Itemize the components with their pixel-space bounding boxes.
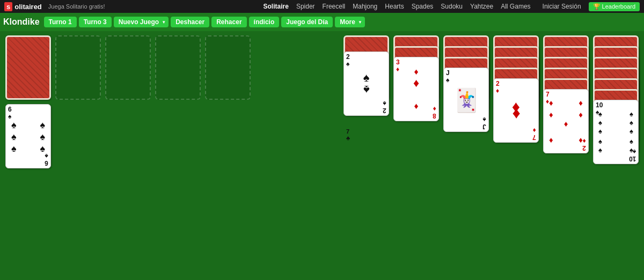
tableau-col-3: 3♦ ♦ ♦ ♦ 8♦ xyxy=(393,35,439,207)
foundation-3[interactable] xyxy=(155,35,201,100)
card-rank-top: 2♦ xyxy=(496,80,500,94)
nav-spider[interactable]: Spider xyxy=(296,3,315,10)
card-6-spades[interactable]: 6♠ ♠ ♠ ♠ ♠ ♠ ♠ 6♠ xyxy=(5,104,51,168)
trophy-icon xyxy=(593,3,601,10)
card-rank-top: 6♠ xyxy=(8,106,12,120)
logo-s: s xyxy=(4,2,12,11)
column-empty-1 xyxy=(55,35,101,104)
turno1-button[interactable]: Turno 1 xyxy=(44,17,77,27)
card-2-spades[interactable]: 2♠ ♠ ♠ 2♠ 7♣ xyxy=(343,51,389,116)
card-rank-bot: J♠ xyxy=(482,116,486,130)
more-button[interactable]: More xyxy=(335,17,365,27)
nav-spades[interactable]: Spades xyxy=(412,3,434,10)
pip1: ♠ xyxy=(11,120,17,131)
tableau-col-4: J♠ 🃏 J♠ xyxy=(443,35,489,218)
p4: ♦ xyxy=(579,110,583,119)
column-empty-2 xyxy=(105,35,151,104)
deshacer-button[interactable]: Deshacer xyxy=(171,17,209,27)
pip3: ♠ xyxy=(11,131,17,143)
card-3-diamonds[interactable]: 3♦ ♦ ♦ ♦ 8♦ xyxy=(393,57,439,121)
card-rank-bot: 2♦ xyxy=(582,137,586,151)
rehacer-button[interactable]: Rehacer xyxy=(211,17,246,27)
nav-sudoku[interactable]: Sudoku xyxy=(441,3,463,10)
card-rank-bot: 2♠ xyxy=(383,100,386,114)
s2: ♠ xyxy=(630,110,633,118)
s8: ♠ xyxy=(630,137,633,145)
nav-freecell[interactable]: Freecell xyxy=(323,3,346,10)
logo-text: olitaired xyxy=(14,3,42,11)
card-rank-bot: 7♦ xyxy=(532,127,536,141)
pip-bot: ♦ xyxy=(414,101,418,111)
p2: ♦ xyxy=(579,98,583,107)
pip5: ♠ xyxy=(11,143,17,154)
s7: ♠ xyxy=(598,137,602,145)
nav-mahjong[interactable]: Mahjong xyxy=(353,3,377,10)
p1: ♦ xyxy=(549,98,553,107)
nuevo-juego-button[interactable]: Nuevo Juego xyxy=(114,17,169,27)
top-navigation: solitaired Juega Solitario gratis! Solit… xyxy=(0,0,644,13)
p3: ♦ xyxy=(549,110,553,119)
card-rank-bot: 10♠ xyxy=(629,148,636,162)
card-10-spades[interactable]: 10♠ ♠ ♠ ♠ ♠ ♠ ♠ ♠ ♠ ♠ ♠ 10♠ xyxy=(593,100,639,164)
card-columns: 6♠ ♠ ♠ ♠ ♠ ♠ ♠ 6♠ xyxy=(5,35,639,276)
foundation-1[interactable] xyxy=(55,35,101,100)
jack-figure: 🃏 xyxy=(444,68,488,131)
column-empty-4 xyxy=(205,35,251,104)
card-rank-bot: 8♦ xyxy=(433,105,436,119)
s4: ♠ xyxy=(630,119,633,127)
tableau-col-5: 2♦ ♦ ♦ 7♦ xyxy=(493,35,539,229)
leaderboard-label: Leaderboard xyxy=(602,3,635,10)
pip2: ♠ xyxy=(40,120,45,131)
game-title: Klondike xyxy=(3,17,40,27)
nav-yahtzee[interactable]: Yahtzee xyxy=(470,3,493,10)
p5-center: ♦ xyxy=(564,119,568,128)
draw-pile[interactable] xyxy=(5,35,51,100)
s9: ♠ xyxy=(598,146,602,154)
card-rank-top: 2♠ xyxy=(346,54,350,68)
pip-bot-big: ♦ xyxy=(512,105,520,123)
p6: ♦ xyxy=(549,135,553,144)
foundation-4[interactable] xyxy=(205,35,251,100)
card-rank-bot: 6♠ xyxy=(45,152,48,166)
juego-del-dia-button[interactable]: Juego del Día xyxy=(281,17,333,27)
foundation-2[interactable] xyxy=(105,35,151,100)
column-empty-3 xyxy=(155,35,201,104)
s5: ♠ xyxy=(598,127,602,135)
game-area: 6♠ ♠ ♠ ♠ ♠ ♠ ♠ 6♠ xyxy=(0,31,644,280)
nav-allgames[interactable]: All Games xyxy=(501,3,530,10)
indicio-button[interactable]: índicio xyxy=(249,17,280,27)
leaderboard-button[interactable]: Leaderboard xyxy=(589,2,640,11)
tableau-col-6: 7♦ ♦ ♦ ♦ ♦ ♦ ♦ ♦ 2♦ xyxy=(543,35,589,239)
pip-bot: ♠ xyxy=(363,83,370,97)
card-2-diamonds[interactable]: 2♦ ♦ ♦ 7♦ xyxy=(493,78,539,143)
pip-top: ♦ xyxy=(414,67,418,77)
tagline: Juega Solitario gratis! xyxy=(48,3,105,10)
tableau-col-2: 2♠ ♠ ♠ 2♠ 7♣ xyxy=(343,35,389,196)
card-rank-top: 3♦ xyxy=(396,59,400,73)
card-jack-spades[interactable]: J♠ 🃏 J♠ xyxy=(443,68,489,132)
card-7-diamonds[interactable]: 7♦ ♦ ♦ ♦ ♦ ♦ ♦ ♦ 2♦ xyxy=(543,89,589,153)
sub-rank: 7♣ xyxy=(346,128,350,141)
pip4: ♠ xyxy=(40,131,45,143)
column-1: 6♠ ♠ ♠ ♠ ♠ ♠ ♠ 6♠ xyxy=(5,35,51,168)
nav-solitaire[interactable]: Solitaire xyxy=(264,3,289,10)
s1: ♠ xyxy=(598,110,602,118)
nav-links: Solitaire Spider Freecell Mahjong Hearts… xyxy=(264,2,640,11)
s6: ♠ xyxy=(630,127,633,135)
pip-center: ♦ xyxy=(413,76,419,90)
logo[interactable]: solitaired xyxy=(4,2,42,11)
s3: ♠ xyxy=(598,119,602,127)
nav-hearts[interactable]: Hearts xyxy=(385,3,404,10)
game-toolbar: Klondike Turno 1 Turno 3 Nuevo Juego Des… xyxy=(0,13,644,31)
tableau-col-7: 10♠ ♠ ♠ ♠ ♠ ♠ ♠ ♠ ♠ ♠ ♠ 10♠ xyxy=(593,35,639,250)
turno3-button[interactable]: Turno 3 xyxy=(79,17,112,27)
signin-button[interactable]: Iniciar Sesión xyxy=(543,3,581,10)
